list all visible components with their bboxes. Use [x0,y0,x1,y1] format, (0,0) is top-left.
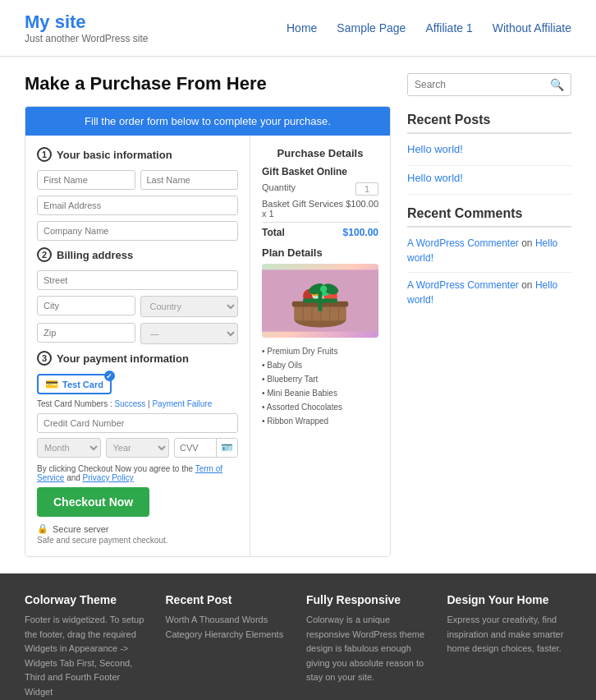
sidebar-post-1: Hello world! [407,142,571,155]
street-field [37,270,238,290]
main-nav: Home Sample Page Affiliate 1 Without Aff… [287,21,571,35]
form-body: 1 Your basic information [25,136,390,556]
feature-4: Mini Beanie Babies [262,386,378,400]
last-name-input[interactable] [140,170,239,190]
section1-heading: 1 Your basic information [37,147,238,162]
purchase-details-title: Purchase Details [262,147,378,159]
city-field [37,296,135,317]
cvv-input[interactable] [175,440,216,456]
page-title: Make a Purchase From Here [25,73,391,94]
credit-card-input[interactable] [37,413,238,433]
year-select[interactable]: Year [106,438,170,458]
footer-post-link-1[interactable]: Worth A Thousand Words [166,615,268,624]
email-field [37,196,238,215]
secure-row: 🔒 Secure server [37,523,238,534]
section2-label: Billing address [57,249,133,261]
first-name-input[interactable] [37,170,135,190]
service-price: $100.00 [346,199,378,219]
content-area: Make a Purchase From Here Fill the order… [25,73,391,557]
secure-subtext: Safe and secure payment checkout. [37,536,238,545]
post-link-1[interactable]: Hello world! [407,143,463,155]
zip-field [37,323,135,344]
terms-text: By clicking Checkout Now you agree to th… [37,464,238,482]
expiry-row: Month Year 🪪 [37,438,238,458]
footer-widget-1-title: Colorway Theme [25,593,149,606]
zip-input[interactable] [37,323,135,343]
footer-widget-2: Recent Post Worth A Thousand Words Categ… [166,593,291,700]
divider-2 [407,194,571,195]
nav-sample-page[interactable]: Sample Page [337,21,406,35]
divider-1 [407,165,571,166]
form-right: Purchase Details Gift Basket Online Quan… [250,136,390,556]
footer-widget-3-title: Fully Responsive [306,593,431,606]
month-select[interactable]: Month [37,438,101,458]
company-input[interactable] [37,221,238,241]
quantity-row: Quantity [262,182,378,196]
section1-num: 1 [37,147,52,162]
footer-widget-3: Fully Responsive Colorway is a unique re… [306,593,431,700]
svg-point-18 [320,286,327,292]
city-country-row: Country [37,296,238,317]
feature-2: Baby Oils [262,358,378,372]
email-row [37,196,238,215]
form-left: 1 Your basic information [25,136,250,556]
privacy-link[interactable]: Privacy Policy [83,473,134,482]
site-name: My site [25,12,149,33]
footer-widget-4: Design Your Home Express your creativity… [447,593,572,700]
plan-features: Premium Dry Fruits Baby Oils Blueberry T… [262,344,378,428]
total-amount: $100.00 [343,227,378,238]
sidebar-post-2: Hello world! [407,171,571,184]
plan-title: Plan Details [262,246,378,259]
footer-widget-1-text: Footer is widgetized. To setup the foote… [25,613,149,700]
section2-heading: 2 Billing address [37,247,238,262]
dash-select[interactable]: — [140,323,239,344]
email-input[interactable] [37,196,238,215]
nav-affiliate1[interactable]: Affiliate 1 [425,21,472,35]
footer-widgets: Colorway Theme Footer is widgetized. To … [25,593,571,700]
section1-label: Your basic information [57,149,172,161]
secure-label: Secure server [53,524,108,534]
search-input[interactable] [415,79,550,90]
city-input[interactable] [37,296,135,315]
checkmark-icon: ✓ [104,371,115,381]
comment-2: A WordPress Commenter on Hello world! [407,278,571,307]
total-row: Total $100.00 [262,222,378,238]
country-field: Country [140,296,239,317]
section3-label: Your payment information [57,352,189,365]
failure-link[interactable]: Payment Failure [152,399,212,408]
post-link-2[interactable]: Hello world! [407,172,463,184]
site-tagline: Just another WordPress site [25,33,149,44]
street-input[interactable] [37,270,238,290]
sidebar: 🔍 Recent Posts Hello world! Hello world!… [407,73,571,557]
country-select[interactable]: Country [140,296,239,317]
first-name-field [37,170,135,190]
site-title: My site Just another WordPress site [25,12,149,44]
zip-row: — [37,323,238,344]
commenter-link-1[interactable]: A WordPress Commenter [407,237,519,249]
nav-without-affiliate[interactable]: Without Affiliate [493,21,571,35]
feature-3: Blueberry Tart [262,372,378,386]
quantity-input[interactable] [355,182,378,196]
footer-post-link-2[interactable]: Category Hierarchy Elements [166,629,284,639]
section3-num: 3 [37,351,52,366]
nav-home[interactable]: Home [287,21,317,35]
plan-image [262,264,378,338]
main-content: Make a Purchase From Here Fill the order… [0,57,596,573]
card-icon: 💳 [45,378,58,390]
recent-posts-title: Recent Posts [407,113,571,134]
feature-6: Ribbon Wrapped [262,414,378,428]
footer-widget-4-text: Express your creativity, find inspiratio… [447,613,572,656]
name-row [37,170,238,190]
svg-rect-15 [303,298,337,302]
quantity-label: Quantity [262,182,296,196]
total-label: Total [262,227,285,238]
company-field [37,221,238,241]
success-link[interactable]: Success [114,399,145,408]
commenter-link-2[interactable]: A WordPress Commenter [407,279,519,291]
section2-num: 2 [37,247,52,262]
dash-field: — [140,323,239,344]
site-header: My site Just another WordPress site Home… [0,0,596,57]
checkout-button[interactable]: Checkout Now [37,487,149,517]
search-icon[interactable]: 🔍 [550,78,564,91]
street-row [37,270,238,290]
